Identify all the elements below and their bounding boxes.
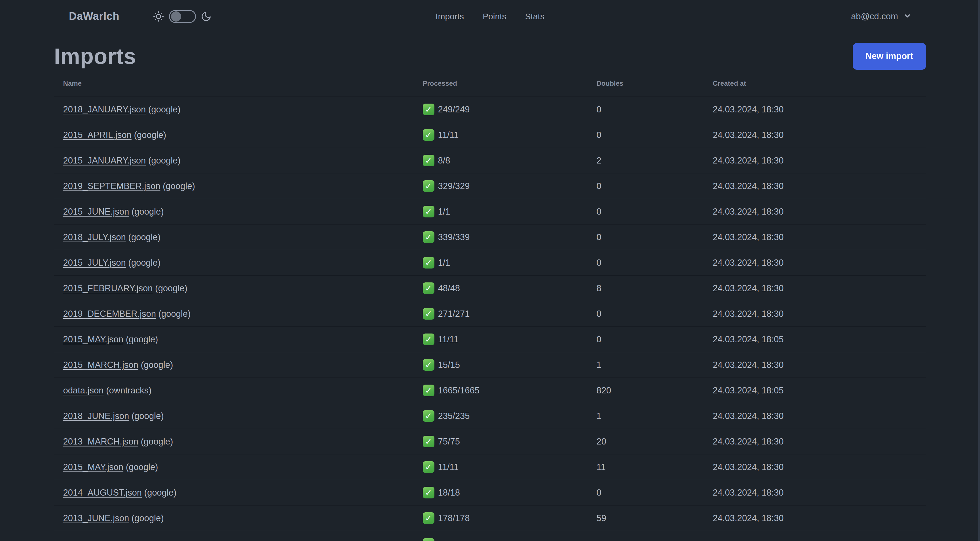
processed-cell: ✓ 1665/1665: [414, 385, 587, 396]
import-file-link[interactable]: odata.json: [63, 385, 104, 396]
table-row: 2018_JUNE.json (google) ✓ 235/235 1 24.0…: [54, 403, 926, 429]
table-row: 2015_JANUARY.json (google) ✓ 8/8 2 24.03…: [54, 148, 926, 174]
import-file-link[interactable]: 2018_JULY.json: [63, 232, 126, 242]
name-cell: 2018_JANUARY.json (google): [54, 104, 414, 115]
navbar-left: DaWarIch: [69, 10, 212, 23]
processed-cell: ✓ 249/249: [414, 104, 587, 115]
import-file-link[interactable]: 2019_SEPTEMBER.json: [63, 181, 161, 191]
doubles-count: 1: [587, 360, 704, 370]
success-check-icon: ✓: [423, 410, 434, 422]
processed-count: 11/11: [438, 334, 459, 345]
import-file-link[interactable]: 2015_MAY.json: [63, 462, 124, 472]
created-at: 24.03.2024, 18:30: [704, 437, 926, 447]
created-at: 24.03.2024, 18:30: [704, 283, 926, 294]
doubles-count: 0: [587, 181, 704, 191]
column-header-doubles: Doubles: [587, 80, 704, 88]
page-scrollbar[interactable]: [978, 0, 980, 541]
doubles-count: 0: [587, 258, 704, 268]
created-at: 24.03.2024, 18:30: [704, 309, 926, 319]
processed-cell: ✓ 11/11: [414, 461, 587, 473]
created-at: 24.03.2024, 18:30: [704, 462, 926, 472]
doubles-count: 0: [587, 309, 704, 319]
nav-link-points[interactable]: Points: [483, 12, 506, 21]
column-header-created-at: Created at: [704, 80, 926, 88]
name-cell: 2015_JANUARY.json (google): [54, 156, 414, 166]
processed-cell: ✓ 8/8: [414, 155, 587, 166]
table-row: 2013_MARCH.json (google) ✓ 75/75 20 24.0…: [54, 429, 926, 455]
table-row: 2019_DECEMBER.json (google) ✓ 271/271 0 …: [54, 301, 926, 327]
doubles-count: 2: [587, 156, 704, 166]
import-source-label: (google): [148, 156, 181, 166]
processed-cell: ✓ 11/11: [414, 334, 587, 345]
doubles-count: 8: [587, 283, 704, 294]
theme-toggle-group: [153, 10, 212, 23]
page-title: Imports: [54, 43, 137, 69]
import-file-link[interactable]: 2013_MARCH.json: [63, 437, 138, 447]
name-cell: 2013_MARCH.json (google): [54, 437, 414, 447]
moon-icon: [201, 11, 212, 22]
doubles-count: 820: [587, 385, 704, 396]
import-file-link[interactable]: 2015_JULY.json: [63, 258, 126, 268]
import-file-link[interactable]: 2013_JUNE.json: [63, 513, 129, 523]
import-file-link[interactable]: 2018_JUNE.json: [63, 411, 129, 421]
import-file-link[interactable]: 2015_JUNE.json: [63, 207, 129, 217]
import-file-link[interactable]: 2015_APRIL.json: [63, 130, 132, 140]
success-check-icon: ✓: [423, 129, 434, 141]
success-check-icon: ✓: [423, 334, 434, 345]
processed-count: 271/271: [438, 309, 470, 319]
name-cell: 2019_DECEMBER.json (google): [54, 309, 414, 319]
processed-cell: ✓ 178/178: [414, 512, 587, 524]
processed-cell: ✓ 11/11: [414, 129, 587, 141]
name-cell: 2013_JUNE.json (google): [54, 513, 414, 523]
nav-link-stats[interactable]: Stats: [525, 12, 544, 21]
doubles-count: 11: [587, 462, 704, 472]
import-file-link[interactable]: 2014_AUGUST.json: [63, 488, 142, 498]
doubles-count: 59: [587, 513, 704, 523]
created-at: 24.03.2024, 18:30: [704, 488, 926, 498]
import-file-link[interactable]: 2015_MARCH.json: [63, 360, 138, 370]
import-file-link[interactable]: 2015_MAY.json: [63, 334, 124, 344]
import-file-link[interactable]: 2018_JANUARY.json: [63, 104, 146, 114]
theme-toggle-switch[interactable]: [169, 10, 196, 23]
import-source-label: (google): [163, 181, 195, 191]
navbar: DaWarIch: [0, 0, 980, 33]
name-cell: 2015_APRIL.json (google): [54, 130, 414, 140]
table-row: 2015_MAY.json (google) ✓ 11/11 0 24.03.2…: [54, 327, 926, 352]
import-file-link[interactable]: 2019_DECEMBER.json: [63, 309, 156, 319]
import-file-link[interactable]: 2015_FEBRUARY.json: [63, 283, 153, 293]
page-header: Imports New import: [54, 42, 926, 70]
app-logo[interactable]: DaWarIch: [69, 10, 119, 22]
table-row: 2015_JULY.json (google) ✓ 1/1 0 24.03.20…: [54, 250, 926, 276]
table-row: odata.json (owntracks) ✓ 1665/1665 820 2…: [54, 378, 926, 403]
processed-cell: ✓ 15/15: [414, 359, 587, 371]
created-at: 24.03.2024, 18:30: [704, 411, 926, 421]
doubles-count: 0: [587, 488, 704, 498]
processed-cell: ✓: [414, 538, 587, 541]
import-file-link[interactable]: 2015_JANUARY.json: [63, 156, 146, 166]
nav-link-imports[interactable]: Imports: [436, 12, 464, 21]
success-check-icon: ✓: [423, 104, 434, 115]
processed-cell: ✓ 1/1: [414, 257, 587, 268]
import-source-label: (owntracks): [106, 385, 151, 396]
sun-icon: [153, 11, 164, 22]
table-row: 2015_FEBRUARY.json (google) ✓ 48/48 8 24…: [54, 276, 926, 301]
new-import-button[interactable]: New import: [853, 43, 926, 70]
user-menu[interactable]: ab@cd.com: [851, 11, 912, 22]
table-row: 2019_SEPTEMBER.json (google) ✓ 329/329 0…: [54, 174, 926, 199]
doubles-count: 0: [587, 130, 704, 140]
name-cell: 2015_FEBRUARY.json (google): [54, 283, 414, 294]
column-header-processed: Processed: [414, 80, 587, 88]
success-check-icon: ✓: [423, 231, 434, 243]
success-check-icon: ✓: [423, 538, 434, 541]
success-check-icon: ✓: [423, 385, 434, 396]
name-cell: odata.json (owntracks): [54, 385, 414, 396]
user-email: ab@cd.com: [851, 11, 898, 22]
created-at: 24.03.2024, 18:30: [704, 232, 926, 243]
processed-cell: ✓ 1/1: [414, 206, 587, 217]
imports-table: Name Processed Doubles Created at 2018_J…: [54, 70, 926, 541]
chevron-down-icon: [903, 12, 912, 21]
table-row: 2015_JUNE.json (google) ✓ 1/1 0 24.03.20…: [54, 199, 926, 225]
table-row: 2015_APRIL.json (google) ✓ 11/11 0 24.03…: [54, 122, 926, 148]
doubles-count: 0: [587, 232, 704, 243]
name-cell: 2015_MAY.json (google): [54, 462, 414, 472]
